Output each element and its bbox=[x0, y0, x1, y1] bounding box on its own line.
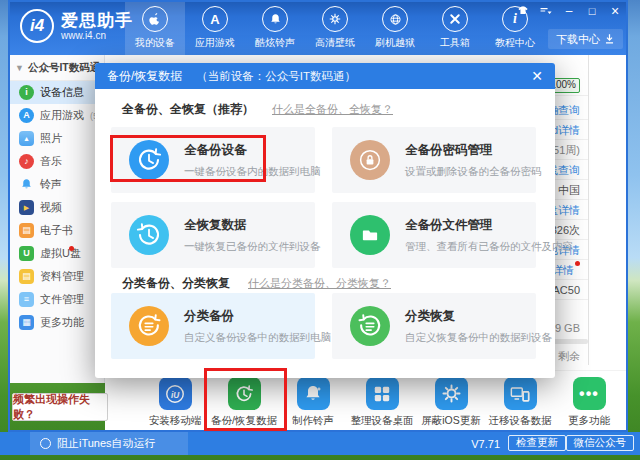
sidebar-item-label: 铃声 bbox=[40, 177, 62, 192]
device-selector[interactable]: ▼ 公众号IT数码通 bbox=[8, 55, 104, 81]
flower-icon bbox=[322, 6, 348, 32]
card-desc: 设置或删除设备的全备份密码 bbox=[405, 165, 542, 179]
tool-make-ringtone[interactable]: 制作铃声 bbox=[281, 377, 345, 428]
download-icon bbox=[604, 33, 615, 45]
card-desc: 管理、查看所有已备份的文件及内容 bbox=[405, 240, 573, 254]
bell-icon bbox=[262, 6, 288, 32]
sidebar-item-label: 视频 bbox=[40, 200, 62, 215]
minimize-button[interactable]: – bbox=[562, 4, 576, 17]
menu-dropdown-icon[interactable] bbox=[539, 4, 553, 17]
sidebar-item-file-management[interactable]: ≡ 文件管理 bbox=[8, 288, 104, 311]
nav-item-ringtones[interactable]: 酷炫铃声 bbox=[245, 0, 305, 55]
maximize-button[interactable]: □ bbox=[585, 4, 599, 17]
tool-more-functions[interactable]: ••• 更多功能 bbox=[557, 377, 621, 428]
help-button-label: 频繁出现操作失败？ bbox=[13, 392, 107, 422]
i4-logo-icon: i4 bbox=[20, 9, 54, 43]
card-title: 全备份设备 bbox=[184, 142, 321, 159]
tool-label: 安装移动端 bbox=[149, 414, 202, 428]
sidebar-item-ebooks[interactable]: ▤ 电子书 bbox=[8, 219, 104, 242]
svg-text:iU: iU bbox=[171, 390, 180, 399]
folder-icon bbox=[350, 215, 390, 255]
sidebar-item-label: 虚拟U盘 bbox=[40, 246, 81, 261]
card-full-restore[interactable]: 全恢复数据 一键恢复已备份的文件到设备 bbox=[111, 202, 315, 268]
download-center-button[interactable]: 下载中心 bbox=[548, 29, 623, 49]
category-backup-icon bbox=[129, 306, 169, 346]
tool-label: 更多功能 bbox=[568, 414, 610, 428]
close-icon[interactable]: ✕ bbox=[531, 69, 543, 83]
tool-block-ios-update[interactable]: 屏蔽iOS更新 bbox=[419, 377, 483, 428]
photos-icon: ▲ bbox=[19, 131, 34, 146]
nav-item-jailbreak[interactable]: 刷机越狱 bbox=[365, 0, 425, 55]
block-itunes-toggle[interactable]: 阻止iTunes自动运行 bbox=[30, 432, 188, 455]
wechat-official-button[interactable]: 微信公众号 bbox=[566, 435, 635, 451]
sidebar-item-music[interactable]: ♪ 音乐 bbox=[8, 150, 104, 173]
sidebar-item-label: 音乐 bbox=[40, 154, 62, 169]
notification-dot bbox=[69, 246, 74, 251]
window-controls: – □ × bbox=[516, 4, 622, 17]
nav-label: 刷机越狱 bbox=[375, 36, 415, 50]
music-icon: ♪ bbox=[19, 154, 34, 169]
section-title: 全备份、全恢复（推荐） bbox=[122, 101, 254, 118]
operation-failure-help-button[interactable]: 频繁出现操作失败？ bbox=[12, 393, 108, 421]
ellipsis-icon: ••• bbox=[573, 377, 606, 410]
app-title: 爱思助手 bbox=[61, 11, 133, 30]
card-title: 分类恢复 bbox=[405, 308, 552, 325]
chevron-down-icon: ▼ bbox=[15, 63, 24, 73]
nav-item-toolbox[interactable]: 工具箱 bbox=[425, 0, 485, 55]
tool-install-mobile[interactable]: iU 安装移动端 bbox=[143, 377, 207, 428]
card-desc: 一键恢复已备份的文件到设备 bbox=[184, 240, 321, 254]
card-title: 全备份密码管理 bbox=[405, 142, 542, 159]
nav-label: 教程中心 bbox=[495, 36, 535, 50]
sidebar-item-data-management[interactable]: ▤ 资料管理 bbox=[8, 265, 104, 288]
bottom-toolbar: iU 安装移动端 备份/恢复数据 制作铃声 bbox=[105, 370, 628, 432]
card-title: 全恢复数据 bbox=[184, 217, 321, 234]
app-url: www.i4.cn bbox=[61, 30, 133, 41]
what-is-full-backup-link[interactable]: 什么是全备份、全恢复？ bbox=[272, 102, 393, 117]
video-icon: ▶ bbox=[19, 200, 34, 215]
sidebar-item-virtual-usb[interactable]: U 虚拟U盘 bbox=[8, 242, 104, 265]
info-circle-icon: i bbox=[19, 85, 34, 100]
tools-icon bbox=[442, 6, 468, 32]
sidebar-item-label: 更多功能 bbox=[40, 315, 84, 330]
jailbreak-icon bbox=[382, 6, 408, 32]
section-category-header: 分类备份、分类恢复 什么是分类备份、分类恢复？ bbox=[122, 275, 391, 292]
card-backup-files[interactable]: 全备份文件管理 管理、查看所有已备份的文件及内容 bbox=[332, 202, 536, 268]
nav-item-wallpapers[interactable]: 高清壁纸 bbox=[305, 0, 365, 55]
appstore-icon: A bbox=[19, 108, 34, 123]
tool-organize-desktop[interactable]: 整理设备桌面 bbox=[350, 377, 414, 428]
nav-label: 我的设备 bbox=[135, 36, 175, 50]
close-button[interactable]: × bbox=[608, 4, 622, 17]
sidebar-item-device-info[interactable]: i 设备信息 bbox=[8, 81, 104, 104]
check-update-button[interactable]: 检查更新 bbox=[508, 435, 566, 451]
sidebar-item-app-games[interactable]: A 应用游戏 (5) bbox=[8, 104, 104, 127]
skin-icon[interactable] bbox=[516, 4, 530, 17]
wechat-label: 微信公众号 bbox=[574, 436, 627, 450]
devices-transfer-icon bbox=[504, 377, 537, 410]
version-label: V7.71 bbox=[471, 438, 500, 450]
nav-item-app-games[interactable]: A 应用游戏 bbox=[185, 0, 245, 55]
sidebar-item-label: 文件管理 bbox=[40, 292, 84, 307]
card-category-restore[interactable]: 分类恢复 自定义恢复备份中的数据到设备 bbox=[332, 293, 536, 359]
sidebar-item-videos[interactable]: ▶ 视频 bbox=[8, 196, 104, 219]
card-full-backup-device[interactable]: 全备份设备 一键备份设备内的数据到电脑 bbox=[111, 127, 315, 193]
what-is-category-backup-link[interactable]: 什么是分类备份、分类恢复？ bbox=[248, 276, 391, 291]
card-category-backup[interactable]: 分类备份 自定义备份设备中的数据到电脑 bbox=[111, 293, 315, 359]
dialog-title: 备份/恢复数据 bbox=[107, 68, 182, 85]
tool-migrate-data[interactable]: 迁移设备数据 bbox=[488, 377, 552, 428]
tool-label: 备份/恢复数据 bbox=[211, 414, 277, 428]
download-center-label: 下载中心 bbox=[556, 32, 600, 47]
card-backup-password[interactable]: 全备份密码管理 设置或删除设备的全备份密码 bbox=[332, 127, 536, 193]
appstore-icon: A bbox=[202, 6, 228, 32]
nav-label: 工具箱 bbox=[440, 36, 470, 50]
nav-item-my-device[interactable]: 我的设备 bbox=[125, 0, 185, 55]
sidebar-item-ringtones[interactable]: 铃声 bbox=[8, 173, 104, 196]
notification-dot bbox=[575, 261, 580, 266]
full-backup-icon bbox=[129, 140, 169, 180]
tool-backup-restore[interactable]: 备份/恢复数据 bbox=[212, 377, 276, 428]
nav-label: 酷炫铃声 bbox=[255, 36, 295, 50]
sidebar-item-photos[interactable]: ▲ 照片 bbox=[8, 127, 104, 150]
sidebar-item-more-functions[interactable]: ▦ 更多功能 bbox=[8, 311, 104, 334]
sidebar-item-label: 电子书 bbox=[40, 223, 73, 238]
backup-restore-dialog: 备份/恢复数据 （当前设备：公众号IT数码通） ✕ 全备份、全恢复（推荐） 什么… bbox=[95, 63, 555, 378]
dialog-current-device: （当前设备：公众号IT数码通） bbox=[196, 69, 356, 84]
